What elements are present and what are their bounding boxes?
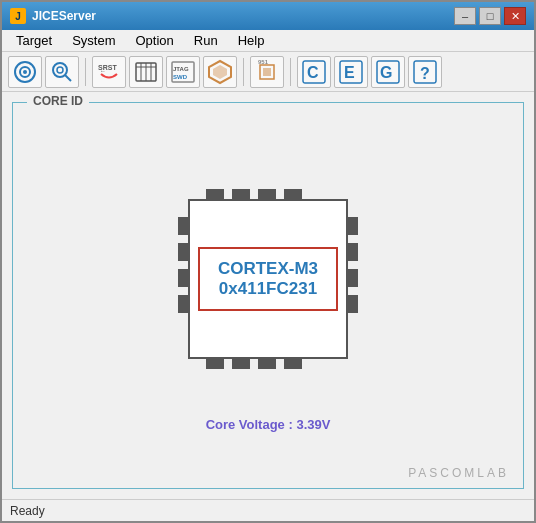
svg-rect-19 xyxy=(263,68,271,76)
app-icon: J xyxy=(10,8,26,24)
svg-line-5 xyxy=(65,75,71,81)
svg-text:←: ← xyxy=(100,68,106,74)
menu-run[interactable]: Run xyxy=(184,31,228,50)
status-text: Ready xyxy=(10,504,45,518)
jtag-icon xyxy=(133,59,159,85)
chip-read-icon: 951 xyxy=(254,59,280,85)
swd-icon: JTAG SWD xyxy=(170,59,196,85)
content-area: CORE ID xyxy=(2,92,534,499)
menu-help[interactable]: Help xyxy=(228,31,275,50)
search-button[interactable] xyxy=(45,56,79,88)
pin-top-4 xyxy=(284,189,302,199)
pin-left-2 xyxy=(178,243,188,261)
pin-left-4 xyxy=(178,295,188,313)
jice-g-icon: G xyxy=(375,59,401,85)
svg-text:JTAG: JTAG xyxy=(173,66,189,72)
core-voltage: Core Voltage : 3.39V xyxy=(206,417,331,432)
separator-1 xyxy=(85,58,86,86)
chip-inner-box: CORTEX-M3 0x411FC231 xyxy=(198,247,338,311)
pin-top-3 xyxy=(258,189,276,199)
pattern-icon xyxy=(207,59,233,85)
maximize-button[interactable]: □ xyxy=(479,7,501,25)
pin-left-3 xyxy=(178,269,188,287)
srst-icon: SRST ← xyxy=(96,59,122,85)
pin-top-1 xyxy=(206,189,224,199)
title-bar: J JICEServer – □ ✕ xyxy=(2,2,534,30)
toolbar: SRST ← JTAG SWD xyxy=(2,52,534,92)
svg-text:951: 951 xyxy=(258,59,269,65)
pin-bottom-4 xyxy=(284,359,302,369)
srst-button[interactable]: SRST ← xyxy=(92,56,126,88)
main-window: J JICEServer – □ ✕ Target System Option … xyxy=(0,0,536,523)
pin-bottom-3 xyxy=(258,359,276,369)
jice-e-button[interactable]: E xyxy=(334,56,368,88)
svg-text:E: E xyxy=(344,64,355,81)
chip-diagram: CORTEX-M3 0x411FC231 xyxy=(148,159,388,399)
target-circle-icon xyxy=(12,59,38,85)
pin-left-1 xyxy=(178,217,188,235)
separator-3 xyxy=(290,58,291,86)
window-title: JICEServer xyxy=(32,9,454,23)
pin-top-2 xyxy=(232,189,250,199)
menu-option[interactable]: Option xyxy=(125,31,183,50)
pin-right-4 xyxy=(348,295,358,313)
separator-2 xyxy=(243,58,244,86)
close-button[interactable]: ✕ xyxy=(504,7,526,25)
status-bar: Ready xyxy=(2,499,534,521)
minimize-button[interactable]: – xyxy=(454,7,476,25)
jice-c-button[interactable]: C xyxy=(297,56,331,88)
watermark: PASCOMLAB xyxy=(408,466,509,480)
target-connect-button[interactable] xyxy=(8,56,42,88)
pattern-button[interactable] xyxy=(203,56,237,88)
pin-right-3 xyxy=(348,269,358,287)
svg-text:?: ? xyxy=(420,65,430,82)
pin-bottom-1 xyxy=(206,359,224,369)
jtag-button[interactable] xyxy=(129,56,163,88)
svg-text:G: G xyxy=(380,64,392,81)
jice-g-button[interactable]: G xyxy=(371,56,405,88)
pin-right-1 xyxy=(348,217,358,235)
core-id-panel: CORE ID xyxy=(12,102,524,489)
chip-body: CORTEX-M3 0x411FC231 xyxy=(188,199,348,359)
chip-read-button[interactable]: 951 xyxy=(250,56,284,88)
jice-e-icon: E xyxy=(338,59,364,85)
jice-c-icon: C xyxy=(301,59,327,85)
chip-id-line1: CORTEX-M3 xyxy=(218,259,318,279)
help-button[interactable]: ? xyxy=(408,56,442,88)
swd-button[interactable]: JTAG SWD xyxy=(166,56,200,88)
question-mark-icon: ? xyxy=(412,59,438,85)
svg-text:C: C xyxy=(307,64,319,81)
zoom-icon xyxy=(49,59,75,85)
svg-point-3 xyxy=(53,63,67,77)
svg-point-4 xyxy=(57,67,63,73)
pin-bottom-2 xyxy=(232,359,250,369)
menu-bar: Target System Option Run Help xyxy=(2,30,534,52)
menu-system[interactable]: System xyxy=(62,31,125,50)
svg-point-2 xyxy=(23,70,27,74)
svg-text:SWD: SWD xyxy=(173,74,188,80)
window-controls: – □ ✕ xyxy=(454,7,526,25)
chip-id-line2: 0x411FC231 xyxy=(218,279,318,299)
pin-right-2 xyxy=(348,243,358,261)
core-id-label: CORE ID xyxy=(27,94,89,108)
svg-marker-17 xyxy=(213,65,227,79)
menu-target[interactable]: Target xyxy=(6,31,62,50)
